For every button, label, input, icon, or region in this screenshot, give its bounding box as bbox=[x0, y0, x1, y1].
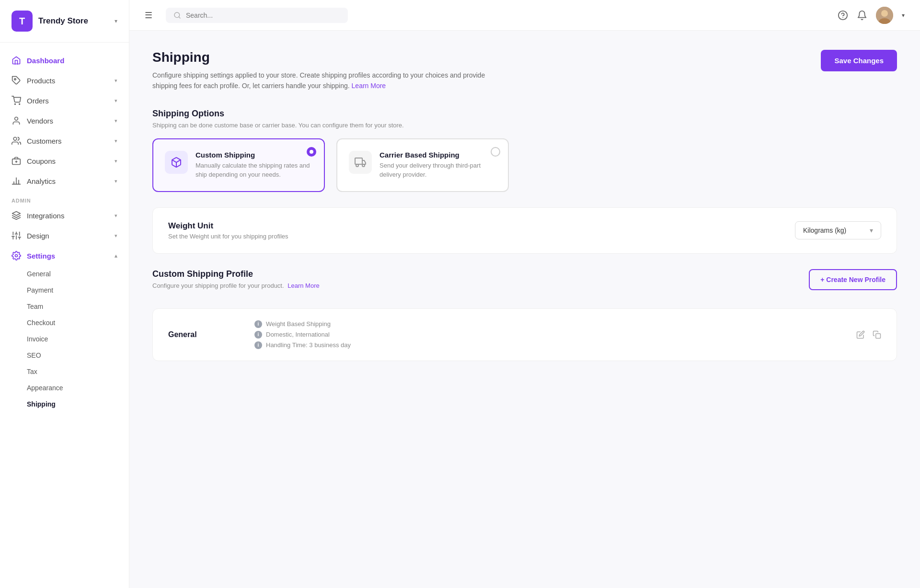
sidebar-item-design[interactable]: Design ▾ bbox=[0, 226, 129, 246]
table-row: General i Weight Based Shipping i Domest… bbox=[153, 309, 897, 361]
svg-point-22 bbox=[15, 255, 18, 257]
chevron-up-icon: ▴ bbox=[115, 253, 117, 259]
chevron-down-icon: ▾ bbox=[115, 78, 117, 84]
notification-icon[interactable] bbox=[857, 10, 867, 21]
info-icon: i bbox=[254, 331, 262, 339]
page-header: Shipping Configure shipping settings app… bbox=[152, 50, 897, 91]
sub-item-general[interactable]: General bbox=[27, 266, 129, 282]
profile-section-desc: Configure your shipping profile for your… bbox=[152, 282, 320, 289]
search-bar[interactable] bbox=[166, 8, 348, 23]
layers-icon bbox=[12, 211, 21, 220]
profile-header-text: Custom Shipping Profile Configure your s… bbox=[152, 269, 320, 299]
radio-dot bbox=[310, 150, 313, 154]
sidebar-item-label-orders: Orders bbox=[27, 97, 49, 105]
copy-icon[interactable] bbox=[873, 330, 881, 339]
custom-shipping-icon-box bbox=[165, 151, 188, 174]
sidebar-item-products[interactable]: Products ▾ bbox=[0, 70, 129, 90]
weight-unit-select[interactable]: Kilograms (kg) ▾ bbox=[795, 221, 881, 239]
sidebar-item-vendors[interactable]: Vendors ▾ bbox=[0, 111, 129, 131]
shipping-options-desc: Shipping can be done custome base or car… bbox=[152, 122, 897, 129]
sidebar-item-label-coupons: Coupons bbox=[27, 157, 56, 165]
svg-point-3 bbox=[15, 117, 18, 121]
sub-item-payment[interactable]: Payment bbox=[27, 282, 129, 298]
bar-chart-icon bbox=[12, 176, 21, 186]
carrier-shipping-name: Carrier Based Shipping bbox=[380, 151, 496, 159]
svg-point-1 bbox=[15, 104, 16, 105]
sidebar-item-label-analytics: Analytics bbox=[27, 177, 56, 185]
topbar: ☰ ▾ bbox=[129, 0, 920, 31]
tag-icon bbox=[12, 76, 21, 85]
svg-rect-34 bbox=[876, 334, 881, 339]
sidebar-item-settings[interactable]: Settings ▴ bbox=[0, 246, 129, 266]
svg-rect-31 bbox=[355, 158, 362, 164]
shipping-options-title: Shipping Options bbox=[152, 109, 897, 119]
profile-learn-more-link[interactable]: Learn More bbox=[288, 282, 319, 289]
admin-section-label: Admin bbox=[0, 191, 129, 205]
carrier-shipping-card[interactable]: Carrier Based Shipping Send your deliver… bbox=[336, 138, 509, 192]
help-icon[interactable] bbox=[838, 10, 848, 21]
custom-shipping-name: Custom Shipping bbox=[196, 151, 312, 159]
search-input[interactable] bbox=[186, 11, 340, 19]
user-chevron-icon[interactable]: ▾ bbox=[902, 12, 905, 19]
weight-unit-current: Kilograms (kg) bbox=[803, 226, 846, 234]
carrier-shipping-icon-box bbox=[349, 151, 372, 174]
page-description: Configure shipping settings applied to y… bbox=[152, 70, 488, 91]
brand-logo[interactable]: T Trendy Store ▾ bbox=[0, 0, 129, 43]
gear-icon bbox=[12, 251, 21, 260]
brand-name: Trendy Store bbox=[38, 16, 88, 26]
user-avatar[interactable] bbox=[876, 7, 893, 24]
chevron-down-icon: ▾ bbox=[115, 213, 117, 219]
profile-name: General bbox=[168, 330, 254, 339]
sidebar-item-dashboard[interactable]: Dashboard bbox=[0, 50, 129, 70]
sidebar-item-label-customers: Customers bbox=[27, 137, 62, 145]
sub-item-appearance[interactable]: Appearance bbox=[27, 380, 129, 396]
home-icon bbox=[12, 56, 21, 65]
chevron-down-icon: ▾ bbox=[115, 138, 117, 144]
sub-item-team[interactable]: Team bbox=[27, 298, 129, 315]
settings-sub-menu: General Payment Team Checkout Invoice SE… bbox=[0, 266, 129, 412]
learn-more-link[interactable]: Learn More bbox=[352, 82, 386, 90]
create-new-profile-button[interactable]: + Create New Profile bbox=[809, 269, 897, 290]
custom-shipping-radio[interactable] bbox=[307, 147, 316, 157]
topbar-right: ▾ bbox=[838, 7, 905, 24]
sidebar-item-analytics[interactable]: Analytics ▾ bbox=[0, 171, 129, 191]
profile-detail-item: i Domestic, International bbox=[254, 331, 856, 339]
profile-table: General i Weight Based Shipping i Domest… bbox=[152, 308, 897, 361]
sidebar-item-customers[interactable]: Customers ▾ bbox=[0, 131, 129, 151]
chevron-down-icon: ▾ bbox=[115, 178, 117, 184]
main-wrapper: ☰ ▾ bbox=[129, 0, 920, 588]
sidebar-item-label-vendors: Vendors bbox=[27, 117, 53, 125]
sub-item-invoice[interactable]: Invoice bbox=[27, 331, 129, 347]
sidebar-item-integrations[interactable]: Integrations ▾ bbox=[0, 205, 129, 226]
custom-shipping-card[interactable]: Custom Shipping Manually calculate the s… bbox=[152, 138, 325, 192]
profile-section-title: Custom Shipping Profile bbox=[152, 269, 320, 279]
sub-item-seo[interactable]: SEO bbox=[27, 347, 129, 363]
info-icon: i bbox=[254, 341, 262, 349]
sidebar-item-label-products: Products bbox=[27, 77, 55, 85]
sub-item-shipping[interactable]: Shipping bbox=[27, 396, 129, 412]
chevron-down-icon: ▾ bbox=[115, 158, 117, 164]
weight-unit-info: Weight Unit Set the Weight unit for you … bbox=[168, 221, 288, 240]
svg-line-24 bbox=[179, 17, 180, 18]
sub-item-tax[interactable]: Tax bbox=[27, 363, 129, 380]
carrier-shipping-radio[interactable] bbox=[491, 147, 500, 157]
edit-icon[interactable] bbox=[856, 330, 865, 339]
sidebar-item-label-dashboard: Dashboard bbox=[27, 57, 64, 65]
coupon-icon bbox=[12, 156, 21, 166]
sidebar: T Trendy Store ▾ Dashboard Products ▾ bbox=[0, 0, 129, 588]
profile-detail-item: i Handling Time: 3 business day bbox=[254, 341, 856, 349]
sidebar-item-orders[interactable]: Orders ▾ bbox=[0, 90, 129, 111]
save-changes-button[interactable]: Save Changes bbox=[821, 50, 897, 71]
custom-shipping-desc: Manually calculate the shipping rates an… bbox=[196, 161, 312, 180]
profile-actions bbox=[856, 330, 881, 339]
brand-avatar: T bbox=[12, 11, 33, 32]
sidebar-item-coupons[interactable]: Coupons ▾ bbox=[0, 151, 129, 171]
sidebar-nav: Dashboard Products ▾ Orders ▾ bbox=[0, 43, 129, 588]
profile-details: i Weight Based Shipping i Domestic, Inte… bbox=[254, 320, 856, 349]
page-content: Shipping Configure shipping settings app… bbox=[129, 31, 920, 588]
menu-icon[interactable]: ☰ bbox=[145, 10, 152, 21]
weight-unit-desc: Set the Weight unit for you shipping pro… bbox=[168, 233, 288, 240]
carrier-shipping-text: Carrier Based Shipping Send your deliver… bbox=[380, 151, 496, 180]
shipping-options-section: Shipping Options Shipping can be done cu… bbox=[152, 109, 897, 192]
sub-item-checkout[interactable]: Checkout bbox=[27, 315, 129, 331]
